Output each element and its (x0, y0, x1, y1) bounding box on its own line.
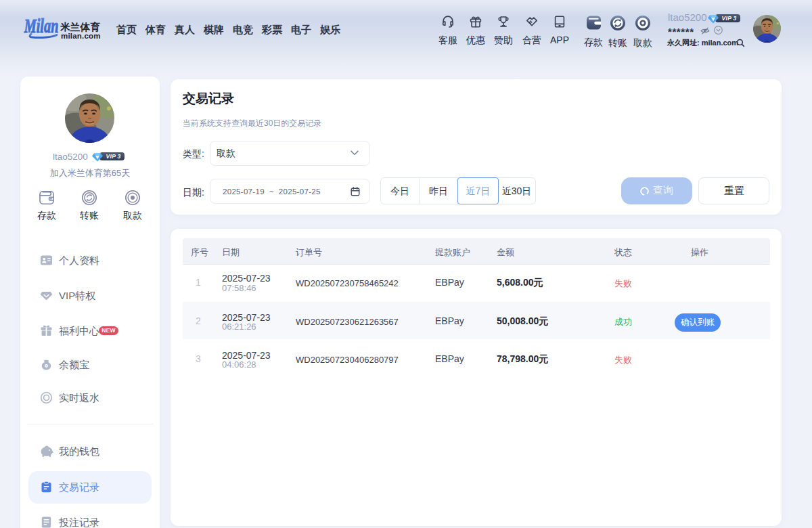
svg-text:Milan: Milan (24, 16, 58, 37)
